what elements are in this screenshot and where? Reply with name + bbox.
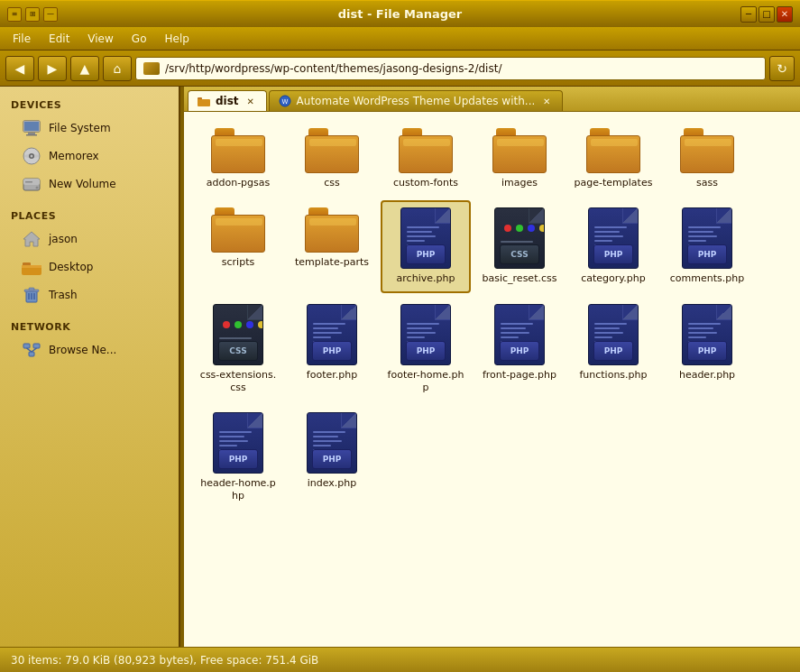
svg-rect-4 bbox=[26, 134, 37, 136]
titlebar: ≡ ⊞ — dist - File Manager ─ □ ✕ bbox=[0, 0, 800, 27]
titlebar-left: ≡ ⊞ — bbox=[7, 7, 58, 22]
sidebar-item-trash-label: Trash bbox=[49, 289, 78, 301]
folder-page-templates[interactable]: page-templates bbox=[568, 121, 658, 197]
folder-icon bbox=[586, 128, 640, 173]
toolbar: ◀ ▶ ▲ ⌂ /srv/http/wordpress/wp-content/t… bbox=[0, 51, 800, 87]
file-label: archive.php bbox=[397, 272, 455, 285]
file-basic-reset-css[interactable]: CSS basic_reset.css bbox=[474, 200, 565, 292]
minimize-button[interactable]: ─ bbox=[740, 6, 757, 23]
home-icon bbox=[22, 229, 41, 249]
folder-icon bbox=[399, 128, 453, 173]
svg-line-26 bbox=[27, 348, 32, 352]
menu-edit[interactable]: Edit bbox=[40, 31, 78, 47]
network-section-title: NETWORK bbox=[0, 316, 179, 336]
php-file-icon: PHP bbox=[682, 207, 732, 269]
file-css-extensions[interactable]: CSS css-extensions.css bbox=[193, 297, 283, 402]
file-label: footer.php bbox=[307, 369, 357, 382]
disc-icon bbox=[22, 146, 41, 166]
menu-help[interactable]: Help bbox=[155, 31, 198, 47]
computer-icon bbox=[22, 118, 41, 138]
file-label: header.php bbox=[679, 369, 735, 382]
up-button[interactable]: ▲ bbox=[70, 56, 99, 81]
tab-dist-label: dist bbox=[216, 95, 239, 107]
php-file-icon: PHP bbox=[307, 304, 357, 365]
folder-label: page-templates bbox=[575, 177, 653, 189]
menu-file[interactable]: File bbox=[4, 31, 40, 47]
css-file-icon: CSS bbox=[213, 304, 263, 365]
sidebar-item-new-volume-label: New Volume bbox=[49, 178, 116, 190]
file-comments-php[interactable]: PHP comments.php bbox=[662, 200, 752, 292]
sidebar-item-browse-network-label: Browse Ne... bbox=[49, 344, 116, 356]
file-header-php[interactable]: PHP header.php bbox=[662, 297, 752, 402]
tab-dist[interactable]: dist ✕ bbox=[188, 90, 267, 111]
folder-sass[interactable]: sass bbox=[662, 121, 752, 197]
file-label: footer-home.php bbox=[386, 369, 465, 395]
svg-point-11 bbox=[36, 187, 39, 189]
refresh-button[interactable]: ↻ bbox=[769, 56, 795, 81]
tab-automate-label: Automate WordPress Theme Updates with... bbox=[297, 95, 536, 107]
maximize-button[interactable]: □ bbox=[759, 6, 775, 23]
folder-label: addon-pgsas bbox=[207, 177, 271, 189]
svg-text:W: W bbox=[281, 98, 288, 106]
file-category-php[interactable]: PHP category.php bbox=[568, 200, 658, 292]
svg-rect-12 bbox=[25, 181, 32, 183]
tab-automate-close[interactable]: ✕ bbox=[540, 95, 553, 107]
folder-icon bbox=[305, 128, 359, 173]
folder-template-parts[interactable]: template-parts bbox=[287, 200, 377, 292]
back-button[interactable]: ◀ bbox=[5, 56, 34, 81]
menu-go[interactable]: Go bbox=[123, 31, 156, 47]
file-label: category.php bbox=[581, 272, 645, 285]
file-functions-php[interactable]: PHP functions.php bbox=[568, 297, 658, 402]
svg-rect-25 bbox=[29, 352, 34, 356]
sidebar-item-desktop[interactable]: Desktop bbox=[4, 253, 175, 281]
file-footer-home-php[interactable]: PHP footer-home.php bbox=[381, 297, 471, 402]
file-front-page-php[interactable]: PHP front-page.php bbox=[474, 297, 565, 402]
php-file-icon: PHP bbox=[494, 304, 545, 365]
file-grid: addon-pgsas css custom-fonts images page… bbox=[184, 112, 800, 647]
network-icon bbox=[22, 340, 41, 360]
file-area: dist ✕ W Automate WordPress Theme Update… bbox=[184, 87, 800, 647]
folder-icon bbox=[680, 128, 734, 173]
address-text: /srv/http/wordpress/wp-content/themes/ja… bbox=[165, 62, 501, 75]
file-label: basic_reset.css bbox=[483, 272, 557, 285]
address-bar[interactable]: /srv/http/wordpress/wp-content/themes/ja… bbox=[135, 57, 766, 80]
file-label: css-extensions.css bbox=[198, 369, 278, 395]
file-label: comments.php bbox=[670, 272, 744, 285]
file-header-home-php[interactable]: PHP header-home.php bbox=[193, 405, 283, 511]
php-file-icon: PHP bbox=[588, 207, 639, 269]
folder-icon bbox=[211, 128, 265, 173]
menu-view[interactable]: View bbox=[78, 31, 122, 47]
home-button[interactable]: ⌂ bbox=[103, 56, 132, 81]
sidebar-item-trash[interactable]: Trash bbox=[4, 281, 175, 308]
file-archive-php[interactable]: PHP archive.php bbox=[381, 200, 471, 292]
places-section-title: PLACES bbox=[0, 205, 179, 225]
folder-label: custom-fonts bbox=[393, 177, 458, 189]
devices-section-title: DEVICES bbox=[0, 94, 179, 114]
folder-css[interactable]: css bbox=[287, 121, 377, 197]
forward-button[interactable]: ▶ bbox=[38, 56, 67, 81]
sidebar-item-memorex[interactable]: Memorex bbox=[4, 143, 175, 170]
sidebar-item-file-system[interactable]: File System bbox=[4, 115, 175, 142]
php-file-icon: PHP bbox=[400, 207, 451, 269]
file-label: functions.php bbox=[579, 369, 647, 382]
trash-icon bbox=[22, 285, 41, 305]
sidebar-item-new-volume[interactable]: New Volume bbox=[4, 170, 175, 198]
close-button[interactable]: ✕ bbox=[777, 6, 793, 23]
folder-icon bbox=[492, 128, 547, 173]
file-index-php[interactable]: PHP index.php bbox=[287, 405, 377, 511]
tab-automate[interactable]: W Automate WordPress Theme Updates with.… bbox=[269, 90, 564, 111]
sidebar-item-jason[interactable]: jason bbox=[4, 226, 175, 253]
sidebar-item-browse-network[interactable]: Browse Ne... bbox=[4, 336, 175, 364]
svg-rect-2 bbox=[24, 122, 39, 131]
folder-custom-fonts[interactable]: custom-fonts bbox=[381, 121, 471, 197]
menubar: File Edit View Go Help bbox=[0, 27, 800, 51]
tab-dist-close[interactable]: ✕ bbox=[244, 95, 257, 107]
file-label: index.php bbox=[308, 477, 357, 490]
folder-scripts[interactable]: scripts bbox=[193, 200, 283, 292]
folder-addon-pgsas[interactable]: addon-pgsas bbox=[193, 121, 283, 197]
folder-images[interactable]: images bbox=[474, 121, 565, 197]
app-icon: ≡ bbox=[7, 7, 22, 22]
folder-label: template-parts bbox=[295, 256, 369, 269]
file-footer-php[interactable]: PHP footer.php bbox=[287, 297, 377, 402]
sidebar-item-memorex-label: Memorex bbox=[49, 150, 99, 162]
